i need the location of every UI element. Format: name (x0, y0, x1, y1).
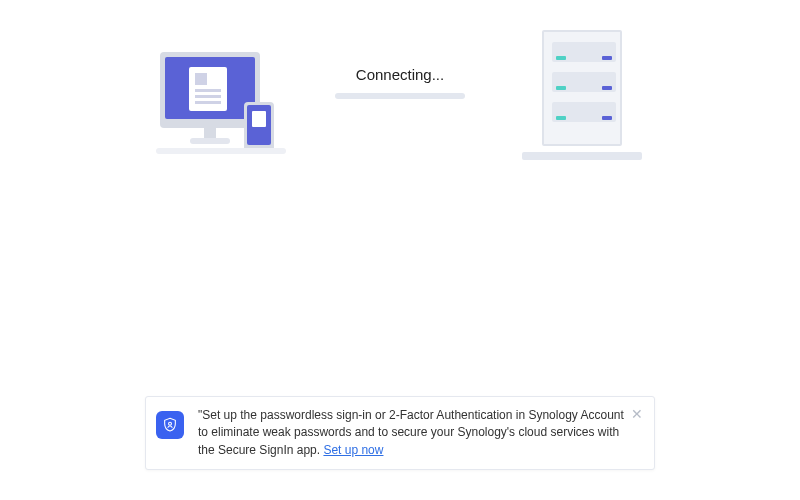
monitor-base (190, 138, 230, 144)
drive-led-icon (602, 116, 612, 120)
close-icon: ✕ (631, 406, 643, 422)
drive-led-icon (556, 56, 566, 60)
setup-now-link[interactable]: Set up now (323, 443, 383, 457)
drive-led-icon (602, 56, 612, 60)
monitor-screen (165, 57, 255, 119)
close-tip-button[interactable]: ✕ (628, 405, 646, 423)
security-tip-banner: "Set up the passwordless sign-in or 2-Fa… (145, 396, 655, 470)
server-illustration (530, 30, 640, 160)
shield-user-icon (156, 411, 184, 439)
progress-bar (335, 93, 465, 99)
phone-icon (244, 102, 274, 154)
monitor-neck (204, 128, 216, 138)
drive-bay (552, 72, 616, 92)
connection-status: Connecting... (300, 66, 500, 99)
security-tip-text: "Set up the passwordless sign-in or 2-Fa… (198, 407, 624, 459)
phone-document-icon (252, 111, 266, 127)
desk-shadow (156, 148, 286, 154)
drive-bay (552, 42, 616, 62)
drive-led-icon (556, 116, 566, 120)
drive-led-icon (602, 86, 612, 90)
client-devices-illustration (160, 52, 285, 172)
drive-led-icon (556, 86, 566, 90)
phone-screen (247, 105, 271, 145)
svg-point-0 (169, 422, 172, 425)
server-shelf (522, 152, 642, 160)
document-icon (189, 67, 227, 111)
drive-bay (552, 102, 616, 122)
connection-status-text: Connecting... (300, 66, 500, 83)
server-body (542, 30, 622, 146)
illustration-row: Connecting... (0, 30, 800, 170)
connection-screen: Connecting... (0, 0, 800, 500)
security-tip-message: "Set up the passwordless sign-in or 2-Fa… (198, 408, 624, 457)
